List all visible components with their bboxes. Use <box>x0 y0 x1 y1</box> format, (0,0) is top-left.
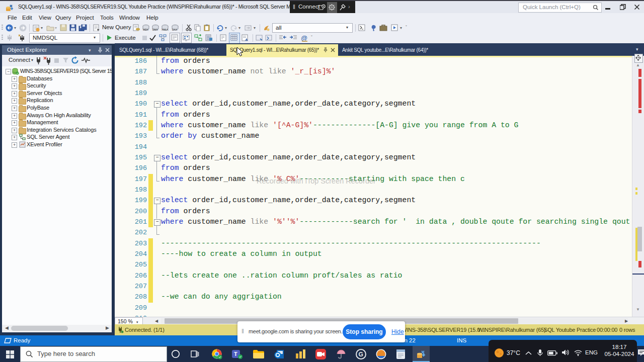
svg-text:DAX: DAX <box>172 28 178 31</box>
svg-text:@: @ <box>301 34 307 42</box>
svg-text:MDX: MDX <box>143 28 149 31</box>
svg-text:XMLA: XMLA <box>162 28 169 31</box>
svg-text:G: G <box>359 351 363 358</box>
svg-text:T: T <box>234 351 237 357</box>
svg-text:DMX: DMX <box>152 28 158 31</box>
